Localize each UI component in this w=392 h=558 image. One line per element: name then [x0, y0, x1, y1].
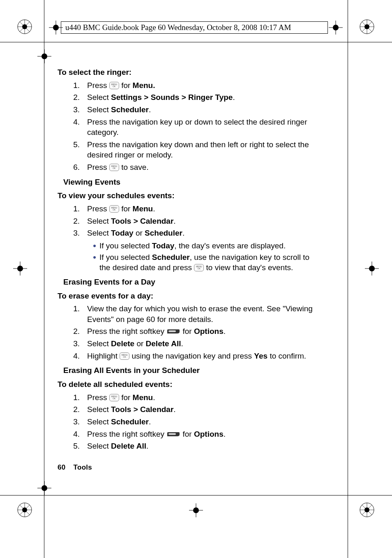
list-item: 3.Select Scheduler.: [58, 416, 316, 428]
list-item: 1.Press for Menu.: [58, 203, 316, 215]
step-text: Select Tools > Calendar.: [87, 216, 316, 227]
list-item: 5.Press the navigation key down and then…: [58, 139, 316, 161]
step-text: Select Tools > Calendar.: [87, 404, 316, 415]
section-name: Tools: [74, 463, 92, 471]
step-number: 2.: [58, 92, 87, 103]
step-text: Press to save.: [87, 162, 316, 173]
menu-ok-key-icon: [109, 82, 119, 89]
step-number: 2.: [58, 326, 87, 337]
guide-line: [44, 0, 44, 558]
section-heading: Erasing All Events in your Scheduler: [58, 365, 316, 376]
bullet-icon: •: [58, 241, 99, 252]
list-item: 6.Press to save.: [58, 161, 316, 174]
crop-mark-icon: [365, 262, 379, 276]
step-text: Press the navigation key up or down to s…: [87, 117, 316, 138]
step-number: 1.: [58, 303, 87, 324]
list-item: 4.Press the navigation key up or down to…: [58, 116, 316, 139]
list-item: 2.Select Tools > Calendar.: [58, 215, 316, 227]
doc-header: u440 BMC Guide.book Page 60 Wednesday, O…: [61, 21, 328, 34]
step-text: Press for Menu.: [87, 204, 316, 214]
guide-line: [0, 495, 392, 495]
step-text: Press the right softkey for Options.: [87, 326, 316, 337]
list-item: 1.Press for Menu.: [58, 391, 316, 404]
page-number: 60: [58, 463, 66, 471]
list-item: 4.Press the right softkey for Options.: [58, 428, 316, 440]
menu-ok-key-icon: [109, 205, 119, 213]
menu-ok-key-icon: [109, 164, 119, 171]
list-item: 2.Select Settings > Sounds > Ringer Type…: [58, 91, 316, 104]
crop-mark-icon: [329, 21, 343, 35]
step-text: Press the navigation key down and then l…: [87, 139, 316, 160]
menu-ok-key-icon: [109, 394, 119, 401]
step-text: Select Delete All.: [87, 441, 316, 451]
steps-list: 1.Press for Menu.2.Select Settings > Sou…: [58, 79, 316, 174]
list-item: •If you selected Today, the day's events…: [58, 240, 316, 252]
list-item: 1.View the day for which you wish to era…: [58, 303, 316, 325]
right-softkey-icon: [166, 329, 180, 334]
bullet-text: If you selected Scheduler, use the navig…: [99, 252, 316, 273]
bullet-text: If you selected Today, the day's events …: [99, 241, 316, 251]
step-number: 4.: [58, 351, 87, 361]
page-footer: 60 Tools: [58, 463, 92, 472]
registration-mark-icon: [360, 19, 374, 34]
step-number: 3.: [58, 338, 87, 349]
step-text: Select Scheduler.: [87, 104, 316, 115]
step-text: Select Settings > Sounds > Ringer Type.: [87, 92, 316, 103]
step-number: 3.: [58, 417, 87, 427]
section-heading: Erasing Events for a Day: [58, 277, 316, 287]
step-text: View the day for which you wish to erase…: [87, 303, 316, 324]
right-softkey-icon: [166, 431, 180, 437]
menu-ok-key-icon: [120, 352, 129, 360]
bullet-icon: •: [58, 253, 99, 274]
list-item: 5.Select Delete All.: [58, 440, 316, 452]
list-item: 4.Highlight using the navigation key and…: [58, 350, 316, 362]
step-number: 4.: [58, 429, 87, 440]
bullet-list: •If you selected Today, the day's events…: [58, 240, 316, 273]
steps-list: 1.View the day for which you wish to era…: [58, 303, 316, 362]
list-item: 2.Press the right softkey for Options.: [58, 325, 316, 338]
step-number: 1.: [58, 392, 87, 403]
doc-header-text: u440 BMC Guide.book Page 60 Wednesday, O…: [65, 23, 291, 32]
step-number: 1.: [58, 80, 87, 91]
step-text: Press the right softkey for Options.: [87, 429, 316, 440]
step-number: 1.: [58, 204, 87, 214]
step-number: 4.: [58, 117, 87, 138]
step-number: 5.: [58, 441, 87, 451]
svg-rect-25: [168, 433, 176, 435]
section-title: To view your schedules events:: [58, 190, 316, 201]
section-heading: Viewing Events: [58, 177, 316, 188]
crop-mark-icon: [13, 262, 27, 276]
step-text: Select Today or Scheduler.: [87, 228, 316, 238]
step-number: 2.: [58, 216, 87, 227]
list-item: •If you selected Scheduler, use the navi…: [58, 252, 316, 273]
section-title: To select the ringer:: [58, 67, 316, 78]
registration-mark-icon: [17, 502, 32, 517]
step-text: Highlight using the navigation key and p…: [87, 351, 316, 361]
svg-rect-24: [168, 331, 176, 332]
crop-mark-icon: [189, 503, 203, 517]
steps-list: 1.Press for Menu.2.Select Tools > Calend…: [58, 203, 316, 239]
registration-mark-icon: [17, 19, 32, 34]
page-content: To select the ringer: 1.Press for Menu.2…: [58, 64, 316, 452]
guide-line: [0, 42, 392, 42]
step-number: 2.: [58, 404, 87, 415]
section-title: To delete all scheduled events:: [58, 379, 316, 390]
menu-ok-key-icon: [194, 264, 204, 271]
guide-line: [348, 0, 348, 558]
crop-mark-icon: [37, 49, 51, 63]
step-text: Select Scheduler.: [87, 417, 316, 427]
list-item: 2.Select Tools > Calendar.: [58, 403, 316, 416]
step-text: Select Delete or Delete All.: [87, 338, 316, 349]
crop-mark-icon: [37, 481, 51, 495]
step-number: 5.: [58, 139, 87, 160]
registration-mark-icon: [360, 502, 374, 517]
list-item: 1.Press for Menu.: [58, 79, 316, 92]
list-item: 3.Select Scheduler.: [58, 104, 316, 116]
step-number: 6.: [58, 162, 87, 173]
step-text: Press for Menu.: [87, 392, 316, 403]
section-title: To erase events for a day:: [58, 291, 316, 301]
step-text: Press for Menu.: [87, 80, 316, 91]
step-number: 3.: [58, 104, 87, 115]
step-number: 3.: [58, 228, 87, 238]
steps-list: 1.Press for Menu.2.Select Tools > Calend…: [58, 391, 316, 452]
